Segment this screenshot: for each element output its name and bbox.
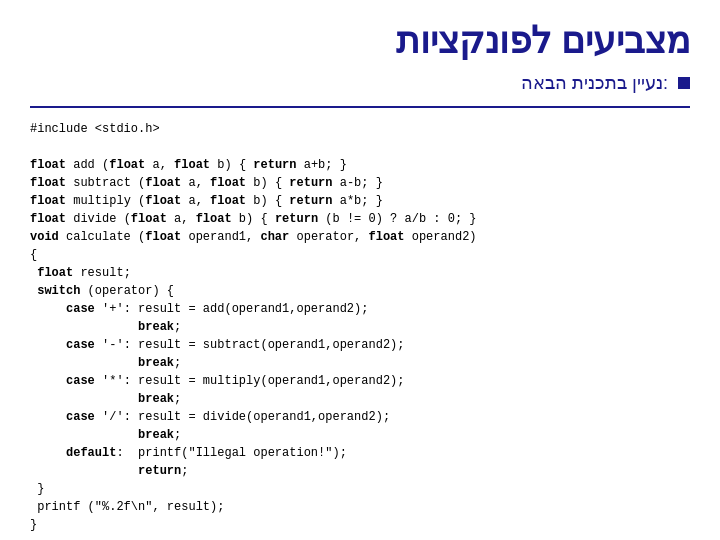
slide: מצביעים לפונקציות :נעיין בתכנית הבאה #in… xyxy=(0,0,720,540)
code-line-1: float add (float a, float b) { return a+… xyxy=(30,158,347,172)
code-block: #include <stdio.h> float add (float a, f… xyxy=(30,120,690,534)
code-line-11: case '-': result = subtract(operand1,ope… xyxy=(30,338,404,352)
slide-title: מצביעים לפונקציות xyxy=(30,20,690,62)
code-line-8: switch (operator) { xyxy=(30,284,174,298)
code-line-19: } xyxy=(30,482,44,496)
divider xyxy=(30,106,690,108)
code-line-13: case '*': result = multiply(operand1,ope… xyxy=(30,374,404,388)
code-line-16: break; xyxy=(30,428,181,442)
code-line-2: float subtract (float a, float b) { retu… xyxy=(30,176,383,190)
code-line-3: float multiply (float a, float b) { retu… xyxy=(30,194,383,208)
bullet-icon xyxy=(678,77,690,89)
code-line-5: void calculate (float operand1, char ope… xyxy=(30,230,477,244)
code-line-20: printf ("%.2f\n", result); xyxy=(30,500,224,514)
code-line-17: default: printf("Illegal operation!"); xyxy=(30,446,347,460)
code-line-14: break; xyxy=(30,392,181,406)
code-line-9: case '+': result = add(operand1,operand2… xyxy=(30,302,368,316)
code-line-10: break; xyxy=(30,320,181,334)
code-line-21: } xyxy=(30,518,37,532)
subtitle-text: :נעיין בתכנית הבאה xyxy=(521,72,668,94)
include-line: #include <stdio.h> xyxy=(30,122,160,136)
code-line-6: { xyxy=(30,248,37,262)
code-line-7: float result; xyxy=(30,266,131,280)
code-line-4: float divide (float a, float b) { return… xyxy=(30,212,477,226)
title-area: מצביעים לפונקציות xyxy=(30,20,690,62)
code-line-12: break; xyxy=(30,356,181,370)
subtitle-row: :נעיין בתכנית הבאה xyxy=(30,72,690,94)
code-line-18: return; xyxy=(30,464,188,478)
code-line-15: case '/': result = divide(operand1,opera… xyxy=(30,410,390,424)
